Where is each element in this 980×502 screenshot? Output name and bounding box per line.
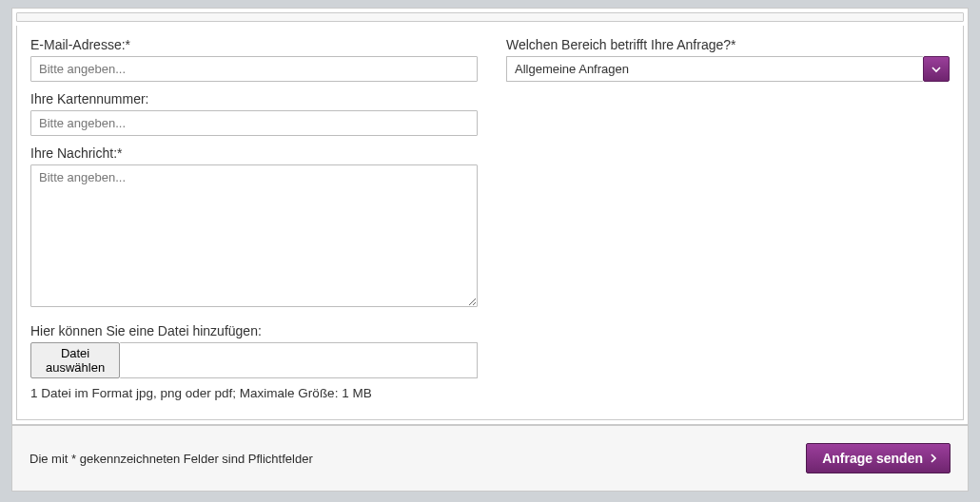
cardnumber-label: Ihre Kartennummer:	[30, 91, 478, 106]
message-label: Ihre Nachricht:*	[30, 145, 478, 161]
area-select[interactable]: Allgemeine Anfragen	[506, 56, 950, 82]
cardnumber-field[interactable]	[30, 110, 478, 136]
header-stub	[16, 12, 964, 22]
chevron-right-icon	[931, 451, 936, 466]
submit-button[interactable]: Anfrage senden	[806, 443, 951, 473]
file-hint: 1 Datei im Format jpg, png oder pdf; Max…	[30, 386, 478, 400]
area-select-value: Allgemeine Anfragen	[506, 56, 923, 82]
file-label: Hier können Sie eine Datei hinzufügen:	[30, 323, 478, 338]
email-field[interactable]	[30, 56, 478, 82]
area-select-toggle[interactable]	[923, 56, 950, 82]
email-label: E-Mail-Adresse:*	[30, 37, 478, 52]
area-label: Welchen Bereich betrifft Ihre Anfrage?*	[506, 37, 950, 52]
submit-button-label: Anfrage senden	[822, 451, 923, 466]
form-footer: Die mit * gekennzeichneten Felder sind P…	[11, 425, 969, 492]
form-panel: E-Mail-Adresse:* Ihre Kartennummer: Ihre…	[11, 8, 969, 425]
file-name-display	[120, 342, 478, 378]
chevron-down-icon	[931, 62, 941, 77]
message-field[interactable]	[30, 164, 478, 307]
form-body: E-Mail-Adresse:* Ihre Kartennummer: Ihre…	[16, 26, 964, 420]
file-choose-button[interactable]: Datei auswählen	[30, 342, 120, 378]
required-note: Die mit * gekennzeichneten Felder sind P…	[29, 452, 313, 466]
